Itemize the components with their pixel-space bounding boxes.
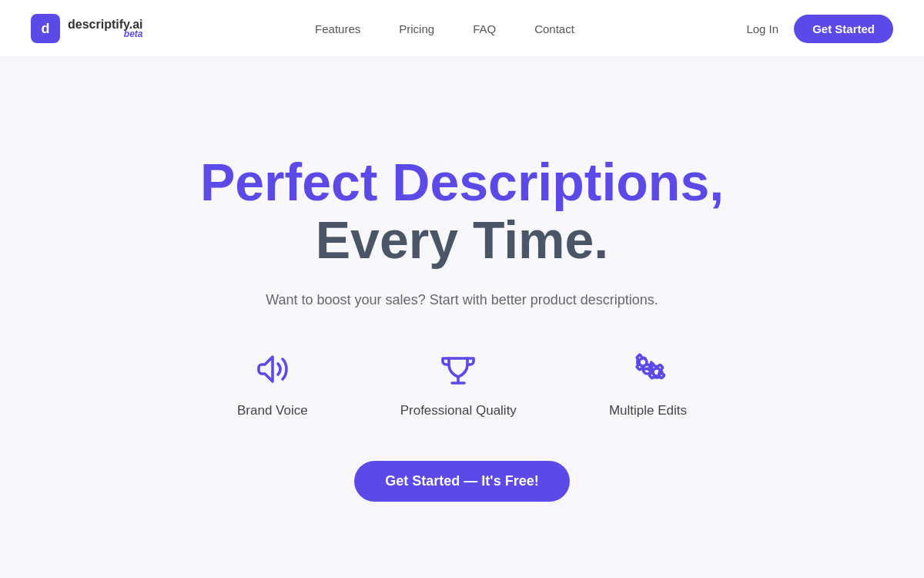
nav-features[interactable]: Features (315, 22, 360, 35)
nav-faq[interactable]: FAQ (473, 22, 496, 35)
feature-multiple-edits: Multiple Edits (609, 351, 687, 418)
hero-title-line2: Every Time. (200, 211, 724, 269)
navbar: d descriptify.ai beta Features Pricing F… (0, 0, 924, 58)
gear-icon (629, 351, 666, 392)
brand-voice-label: Brand Voice (237, 403, 308, 418)
get-started-cta-button[interactable]: Get Started — It's Free! (354, 461, 569, 502)
nav-actions: Log In Get Started (746, 15, 893, 43)
svg-point-3 (639, 358, 647, 366)
feature-professional-quality: Professional Quality (400, 351, 517, 418)
features-row: Brand Voice Professional Quality (237, 351, 687, 418)
hero-title-line1: Perfect Descriptions, (200, 153, 724, 211)
nav-pricing[interactable]: Pricing (399, 22, 434, 35)
logo-text: descriptify.ai beta (68, 18, 143, 39)
trophy-icon (440, 351, 477, 392)
logo-icon: d (31, 14, 60, 43)
professional-quality-label: Professional Quality (400, 403, 517, 418)
feature-brand-voice: Brand Voice (237, 351, 308, 418)
login-button[interactable]: Log In (746, 22, 778, 35)
get-started-nav-button[interactable]: Get Started (794, 15, 893, 43)
brand-beta: beta (124, 29, 143, 39)
megaphone-icon (254, 351, 291, 392)
logo: d descriptify.ai beta (31, 14, 143, 43)
svg-point-4 (653, 368, 661, 376)
hero-subtitle: Want to boost your sales? Start with bet… (266, 292, 658, 308)
nav-links: Features Pricing FAQ Contact (315, 22, 574, 35)
hero-section: Perfect Descriptions, Every Time. Want t… (0, 58, 924, 578)
nav-contact[interactable]: Contact (534, 22, 574, 35)
multiple-edits-label: Multiple Edits (609, 403, 687, 418)
